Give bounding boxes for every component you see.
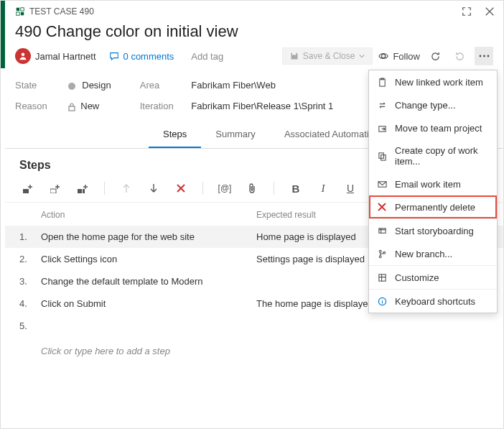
svg-point-4 xyxy=(22,53,25,57)
storyboard-icon xyxy=(376,225,388,236)
attachment-icon[interactable] xyxy=(246,183,258,194)
menu-start-storyboarding[interactable]: Start storyboarding xyxy=(369,218,497,242)
move-icon xyxy=(376,122,388,134)
delete-icon xyxy=(376,201,388,213)
column-expected: Expected result xyxy=(256,210,316,220)
reason-field[interactable]: Reason New xyxy=(15,101,111,111)
underline-icon[interactable]: U xyxy=(345,183,356,194)
delete-step-icon[interactable] xyxy=(175,183,187,194)
close-button[interactable] xyxy=(483,5,496,18)
assignee-name: Jamal Hartnett xyxy=(35,51,96,62)
italic-icon[interactable]: I xyxy=(317,183,329,194)
menu-create-copy[interactable]: Create copy of work item... xyxy=(369,139,497,172)
change-type-icon xyxy=(376,99,388,111)
insert-step-icon[interactable] xyxy=(22,183,34,194)
work-item-type-bar: TEST CASE 490 xyxy=(5,1,503,19)
insert-shared-step-icon[interactable] xyxy=(50,183,61,194)
follow-icon xyxy=(378,51,388,61)
insert-param-step-icon[interactable] xyxy=(77,183,88,194)
svg-rect-9 xyxy=(69,106,75,111)
state-field[interactable]: State Design xyxy=(15,80,111,91)
save-and-close-button[interactable]: Save & Close xyxy=(282,47,373,65)
svg-point-7 xyxy=(483,55,485,57)
step-row[interactable]: 5. xyxy=(5,315,503,337)
accent-bar xyxy=(1,1,5,68)
menu-new-linked-work-item[interactable]: New linked work item xyxy=(369,70,497,93)
move-up-icon[interactable] xyxy=(121,183,132,194)
toolbar-separator xyxy=(104,182,105,195)
revert-icon xyxy=(454,51,465,62)
svg-rect-20 xyxy=(378,228,385,233)
menu-keyboard-shortcuts[interactable]: Keyboard shortcuts xyxy=(369,289,497,313)
menu-customize[interactable]: Customize xyxy=(369,265,497,289)
iteration-field[interactable]: Iteration Fabrikam Fiber\Release 1\Sprin… xyxy=(140,101,334,111)
fullscreen-button[interactable] xyxy=(460,5,473,18)
toolbar-separator xyxy=(274,182,274,195)
svg-rect-10 xyxy=(23,189,29,193)
svg-point-5 xyxy=(382,54,386,57)
copy-icon xyxy=(376,150,388,162)
svg-rect-14 xyxy=(379,78,384,86)
add-step-placeholder[interactable]: Click or type here to add a step xyxy=(5,337,503,362)
toolbar-separator xyxy=(202,182,203,195)
lock-icon xyxy=(68,103,75,111)
more-actions-menu: New linked work item Change type... Move… xyxy=(368,70,498,313)
menu-email-work-item[interactable]: Email work item xyxy=(369,172,497,195)
email-icon xyxy=(376,178,388,190)
move-down-icon[interactable] xyxy=(148,183,159,194)
refresh-button[interactable] xyxy=(426,47,444,65)
svg-point-6 xyxy=(479,55,481,57)
svg-rect-3 xyxy=(21,12,24,15)
column-action: Action xyxy=(41,210,256,220)
comments-link[interactable]: 0 comments xyxy=(109,51,174,62)
svg-rect-2 xyxy=(17,12,19,15)
svg-point-22 xyxy=(379,255,381,257)
svg-point-21 xyxy=(379,250,381,252)
svg-rect-24 xyxy=(378,274,385,280)
chevron-down-icon xyxy=(359,53,365,59)
assignee-picker[interactable]: Jamal Hartnett xyxy=(15,48,96,64)
clipboard-icon xyxy=(376,76,388,88)
save-icon xyxy=(290,52,299,60)
revert-button[interactable] xyxy=(450,47,469,65)
state-dot-icon xyxy=(68,83,75,90)
tab-summary[interactable]: Summary xyxy=(201,121,270,148)
work-item-title[interactable]: 490 Change color on initial view xyxy=(5,19,503,47)
bold-icon[interactable]: B xyxy=(290,183,302,194)
tab-steps[interactable]: Steps xyxy=(149,121,201,148)
menu-move-team-project[interactable]: Move to team project xyxy=(369,116,497,139)
svg-rect-1 xyxy=(21,8,24,11)
info-icon xyxy=(376,295,388,307)
customize-icon xyxy=(376,272,388,283)
svg-point-8 xyxy=(487,55,489,57)
branch-icon xyxy=(376,248,388,259)
svg-rect-0 xyxy=(17,8,19,11)
menu-permanently-delete[interactable]: Permanently delete xyxy=(369,195,497,218)
menu-change-type[interactable]: Change type... xyxy=(369,93,497,116)
svg-rect-12 xyxy=(78,189,82,193)
comment-icon xyxy=(109,51,119,61)
add-tag-button[interactable]: Add tag xyxy=(187,50,228,63)
menu-new-branch[interactable]: New branch... xyxy=(369,242,497,265)
avatar xyxy=(15,48,31,64)
refresh-icon xyxy=(430,51,441,62)
ellipsis-icon xyxy=(479,55,490,57)
area-field[interactable]: Area Fabrikam Fiber\Web xyxy=(140,80,334,91)
svg-rect-11 xyxy=(50,189,56,193)
svg-rect-13 xyxy=(83,189,85,193)
more-actions-button[interactable] xyxy=(475,47,493,65)
follow-button[interactable]: Follow xyxy=(378,51,420,62)
test-case-icon xyxy=(15,6,25,17)
work-item-type-label: TEST CASE 490 xyxy=(29,6,94,17)
param-icon[interactable]: [@] xyxy=(219,183,230,194)
